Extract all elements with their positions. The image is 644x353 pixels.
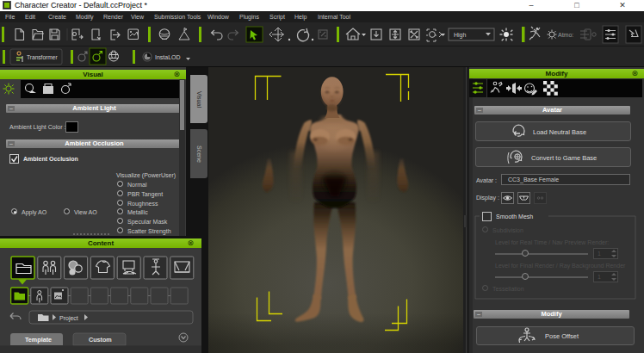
svg-text:Template: Template [25,336,52,344]
svg-text:InstaLOD: InstaLOD [155,54,181,60]
svg-text:Atmo:: Atmo: [558,32,573,38]
svg-text:High: High [454,32,467,39]
svg-text:Custom: Custom [89,336,112,344]
svg-text:Transformer: Transformer [27,54,58,60]
svg-text:Project: Project [59,315,78,322]
